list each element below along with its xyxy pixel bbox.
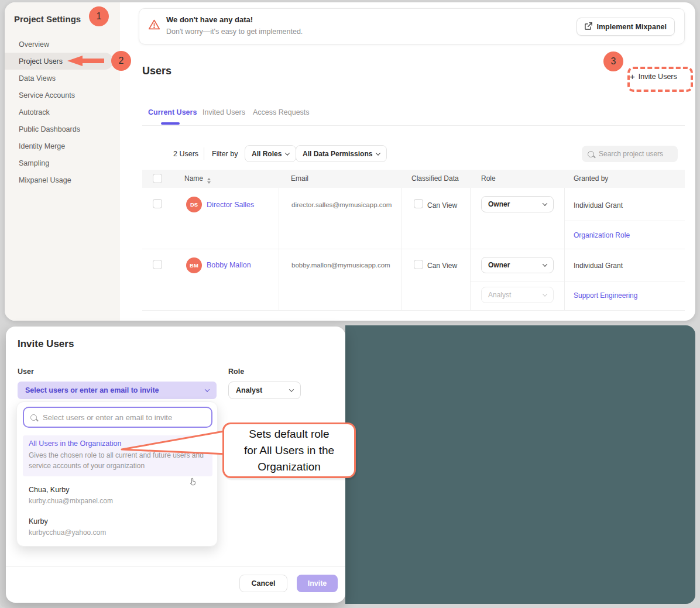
all-data-permissions-dropdown[interactable]: All Data Permissions (296, 145, 387, 162)
role-field-label: Role (228, 367, 244, 376)
sidebar-item-overview[interactable]: Overview (5, 36, 120, 53)
all-roles-label: All Roles (252, 150, 282, 158)
invite-users-label: Invite Users (639, 73, 677, 81)
option-user[interactable]: Kurby kurbycchua@yahoo.com (29, 517, 106, 537)
can-view-label: Can View (427, 201, 457, 209)
chevron-down-icon (543, 201, 547, 205)
warning-icon (148, 19, 160, 33)
select-all-checkbox[interactable] (153, 174, 162, 183)
role-value: Owner (488, 261, 510, 269)
table-bottom-divider (142, 310, 685, 311)
chevron-down-icon (376, 150, 380, 155)
option-user-email: kurby.chua@mixpanel.com (29, 497, 113, 505)
user-name-link[interactable]: Director Salles (207, 201, 254, 209)
search-project-users-input[interactable]: Search project users (582, 146, 678, 162)
sidebar-item-identity-merge[interactable]: Identity Merge (5, 138, 120, 154)
implement-mixpanel-label: Implement Mixpanel (597, 23, 667, 31)
user-field-label: User (18, 367, 34, 376)
support-engineering-link[interactable]: Support Engineering (574, 291, 637, 300)
column-header-email: Email (291, 174, 308, 183)
project-settings-page: Project Settings Overview Project Users … (5, 2, 695, 321)
user-name-link[interactable]: Bobby Mallon (207, 261, 251, 269)
plus-icon: + (630, 71, 635, 81)
modal-overlay-backdrop (345, 325, 695, 604)
sub-row-divider (564, 221, 685, 221)
annotation-arrow-icon (67, 56, 83, 66)
option-user-name: Chua, Kurby (29, 486, 113, 494)
step-1-badge: 1 (89, 6, 109, 26)
tabs-divider (142, 125, 685, 126)
page-title: Project Settings (14, 14, 81, 24)
callout-text: Organization (258, 459, 321, 475)
tab-current-users[interactable]: Current Users (148, 108, 197, 116)
implement-mixpanel-button[interactable]: Implement Mixpanel (577, 18, 675, 36)
callout-bubble: Sets default role for All Users in the O… (222, 422, 356, 478)
sidebar-item-public-dashboards[interactable]: Public Dashboards (5, 121, 120, 138)
search-icon (588, 151, 594, 157)
modal-footer-divider (6, 566, 345, 567)
role-dropdown-value: Analyst (236, 386, 262, 394)
all-data-permissions-label: All Data Permissions (303, 150, 372, 158)
users-heading: Users (142, 65, 171, 77)
tab-access-requests[interactable]: Access Requests (253, 108, 310, 116)
tab-invited-users[interactable]: Invited Users (203, 108, 245, 116)
active-tab-indicator (161, 122, 180, 125)
avatar: BM (186, 257, 202, 273)
chevron-down-icon (543, 291, 547, 296)
granted-by-value: Individual Grant (574, 201, 623, 209)
option-user-name: Kurby (29, 517, 106, 525)
user-search-placeholder: Select users or enter an email to invite (43, 413, 172, 422)
banner-title: We don't have any data! (166, 15, 253, 24)
all-roles-dropdown[interactable]: All Roles (245, 145, 296, 162)
no-data-banner: We don't have any data! Don't worry—it's… (139, 8, 685, 44)
avatar: DS (186, 197, 202, 212)
screenshot-canvas: Project Settings Overview Project Users … (0, 0, 700, 608)
column-header-granted-by: Granted by (574, 174, 608, 183)
sidebar-item-autotrack[interactable]: Autotrack (5, 104, 120, 121)
column-header-name[interactable]: Name (184, 174, 211, 184)
filter-divider (204, 147, 204, 160)
invite-button[interactable]: Invite (297, 575, 338, 592)
annotation-arrow-tail (81, 59, 104, 63)
callout-text: for All Users in the (244, 442, 334, 459)
user-select-value: Select users or enter an email to invite (25, 386, 159, 394)
option-user[interactable]: Chua, Kurby kurby.chua@mixpanel.com (29, 486, 113, 505)
role-select[interactable]: Owner (481, 257, 554, 273)
search-icon (30, 414, 37, 421)
invite-users-button[interactable]: + Invite Users (630, 71, 677, 81)
external-link-icon (585, 22, 592, 32)
can-view-checkbox[interactable] (414, 199, 423, 208)
column-header-classified-data: Classified Data (411, 174, 459, 183)
role-select-disabled: Analyst (481, 287, 554, 303)
sidebar-item-sampling[interactable]: Sampling (5, 154, 120, 171)
role-select[interactable]: Owner (481, 196, 554, 212)
chevron-down-icon (205, 387, 210, 391)
filter-by-label: Filter by (212, 150, 238, 158)
can-view-label: Can View (427, 262, 457, 270)
row-checkbox[interactable] (153, 199, 162, 208)
step-2-badge: 2 (111, 51, 131, 71)
chevron-down-icon (543, 262, 547, 266)
callout-tail (116, 425, 230, 459)
chevron-down-icon (289, 387, 294, 391)
row-checkbox[interactable] (153, 260, 162, 269)
user-multiselect[interactable]: Select users or enter an email to invite (18, 382, 217, 399)
cancel-button[interactable]: Cancel (239, 575, 287, 592)
sidebar-item-service-accounts[interactable]: Service Accounts (5, 87, 120, 104)
search-placeholder: Search project users (599, 150, 663, 158)
sidebar-item-data-views[interactable]: Data Views (5, 70, 120, 87)
role-value: Owner (488, 200, 510, 208)
can-view-checkbox[interactable] (414, 260, 423, 269)
column-header-role: Role (481, 174, 496, 183)
callout-text: Sets default role (249, 426, 329, 442)
sidebar-item-mixpanel-usage[interactable]: Mixpanel Usage (5, 171, 120, 188)
row-divider (142, 249, 685, 249)
role-dropdown[interactable]: Analyst (228, 382, 301, 399)
modal-title: Invite Users (18, 338, 74, 350)
chevron-down-icon (285, 150, 290, 155)
granted-by-value: Individual Grant (574, 262, 623, 270)
step-3-badge: 3 (603, 51, 623, 71)
organization-role-link[interactable]: Organization Role (574, 231, 630, 239)
user-dropdown-panel: Select users or enter an email to invite… (16, 401, 218, 547)
sub-row-divider (470, 281, 685, 281)
